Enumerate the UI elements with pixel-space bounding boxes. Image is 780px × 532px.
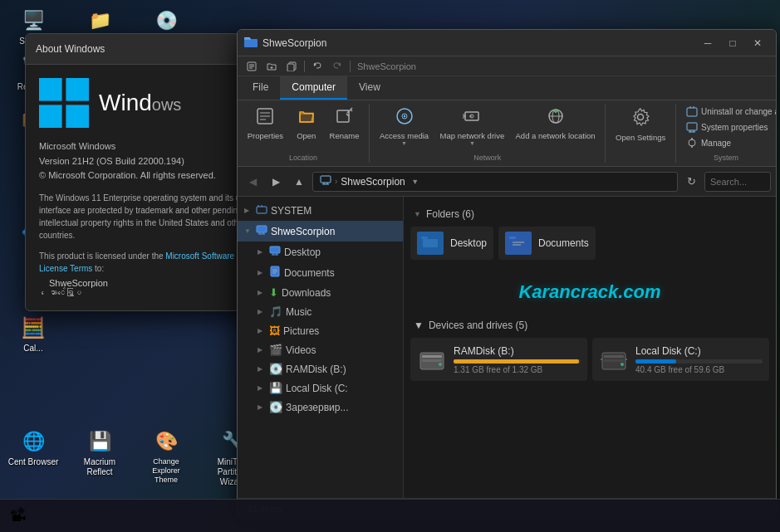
localdisk-drive-icon-wrap [599,344,629,374]
sidebar-item-reserved[interactable]: ▶ 💽 Зарезервир... [238,398,403,417]
explorer-content: ▼ Folders (6) Desktop [404,197,776,498]
up-button[interactable]: ▲ [289,172,309,192]
sidebar-label-shwe: ShweScorpion [271,226,335,237]
ribbon-tabs: File Computer View [238,76,776,100]
open-icon-svg [297,107,316,125]
add-network-button[interactable]: Add a network location [511,104,600,144]
undo-icon [312,61,322,71]
about-version: Microsoft Windows Version 21H2 (OS Build… [39,139,260,183]
svg-point-38 [638,115,644,120]
music-sidebar-icon: 🎵 [269,305,282,318]
address-dropdown[interactable]: ▼ [409,172,422,192]
devices-section-header: ▼ Devices and drives (5) [410,316,769,338]
sidebar-item-documents[interactable]: ▶ Documents [238,262,403,283]
downloads-sidebar-icon: ⬇ [269,286,278,299]
open-settings-button[interactable]: Open Settings [611,104,670,145]
system-properties-button[interactable]: System properties [681,120,773,134]
sidebar-item-pictures[interactable]: ▶ 🖼 Pictures [238,321,403,340]
about-myanmar-text: ဆောင်ရွှေပြ [39,288,260,297]
tab-computer[interactable]: Computer [280,76,347,100]
uninstall-button[interactable]: Uninstall or change a program [681,104,777,119]
add-network-label: Add a network location [516,131,596,140]
map-dropdown-arrow: ▼ [469,140,475,146]
qt-undo[interactable] [308,58,326,75]
svg-rect-69 [421,237,428,239]
forward-button[interactable]: ▶ [266,172,286,192]
sidebar-item-ramdisk[interactable]: ▶ 💽 RAMDisk (B:) [238,359,403,378]
explorer-titlebar: ShweScorpion ─ □ ✕ [238,30,776,56]
address-path[interactable]: › ShweScorpion ▼ [312,172,678,192]
svg-rect-53 [257,207,267,213]
titlebar-controls: ─ □ ✕ [696,34,769,52]
location-buttons: Properties Open [243,104,364,152]
desktop-icon-cal[interactable]: 🧮 Cal... [4,311,62,357]
properties-button[interactable]: Properties [243,104,288,144]
macrium-reflect-icon[interactable]: 💾 Macrium Reflect [71,425,129,491]
sidebar-item-system[interactable]: ▶ SYSTEM [238,200,403,221]
ramdisk-free-space: 1.31 GB free of 1.32 GB [454,365,581,374]
maximize-button[interactable]: □ [721,34,744,52]
windows-logo [39,78,89,128]
settings-group-spacer: _ [611,152,670,163]
sidebar-label-localdisk: Local Disk (C: [286,383,348,394]
add-network-icon-svg [547,107,565,125]
svg-rect-0 [39,78,62,101]
docs-sidebar-icon [269,266,281,280]
toolbar-separator [304,61,305,72]
expand-arrow-downloads: ▶ [258,289,266,296]
properties-icon-svg [256,107,274,125]
qt-new-folder[interactable] [262,58,281,75]
rename-button[interactable]: Rename [325,104,364,144]
search-input[interactable] [704,172,771,192]
path-name: ShweScorpion [341,176,405,188]
sidebar-item-shwescorpion[interactable]: ▼ ShweScorpion [238,221,403,242]
close-button[interactable]: ✕ [746,34,769,52]
drive-item-ramdisk[interactable]: RAMDisk (B:) 1.31 GB free of 1.32 GB [410,338,587,381]
expand-arrow-ramdisk: ▶ [258,365,266,373]
qt-redo[interactable] [328,58,346,75]
add-network-icon [547,107,565,129]
sidebar-item-music[interactable]: ▶ 🎵 Music [238,302,403,321]
uninstall-icon [686,105,698,117]
minimize-button[interactable]: ─ [696,34,719,52]
ramdisk-drive-info: RAMDisk (B:) 1.31 GB free of 1.32 GB [454,345,581,374]
file-explorer: ShweScorpion ─ □ ✕ [237,29,777,519]
qt-copy-path[interactable] [282,58,301,75]
refresh-button[interactable]: ↻ [681,172,701,192]
access-media-icon [395,107,414,129]
svg-point-46 [689,139,695,146]
tab-file[interactable]: File [241,76,280,100]
windows-text: Windows [99,90,181,116]
change-explorer-theme-icon[interactable]: 🎨 Change Explorer Theme [137,425,195,491]
map-network-button[interactable]: Map network drive ▼ [435,104,509,149]
open-button[interactable]: Open [290,104,323,144]
sidebar-item-downloads[interactable]: ▶ ⬇ Downloads [238,283,403,302]
sidebar-item-desktop[interactable]: ▶ Desktop [238,242,403,262]
new-folder-icon [267,61,277,71]
expand-arrow-videos: ▶ [258,346,266,354]
sidebar-item-videos[interactable]: ▶ 🎬 Videos [238,340,403,359]
taskbar-app-icon[interactable]: 📽 [7,501,37,531]
back-button[interactable]: ◀ [243,172,262,192]
sidebar-label-downloads: Downloads [282,287,331,299]
expand-arrow-desktop: ▶ [258,248,266,256]
folder-item-desktop[interactable]: Desktop [410,227,493,260]
sidebar-item-localdisk[interactable]: ▶ 💾 Local Disk (C: [238,378,403,398]
network-drive-icon [256,203,267,215]
tab-view[interactable]: View [347,76,392,100]
cent-browser-icon[interactable]: 🌐 Cent Browser [4,425,62,491]
manage-button[interactable]: Manage [681,135,736,150]
svg-rect-1 [66,78,89,101]
folders-section-header: ▼ Folders (6) [410,203,769,227]
bottom-desktop-icons: 🌐 Cent Browser 💾 Macrium Reflect 🎨 Chang… [4,425,262,491]
drive-item-localdisk[interactable]: Local Disk (C:) 40.4 GB free of 59.6 GB [592,338,769,381]
about-description: The Windows 11 Enterprise operating syst… [39,192,260,242]
svg-rect-76 [422,355,442,358]
folders-header-label: Folders (6) [426,208,474,220]
desktop-folder-icon [417,232,444,255]
access-media-button[interactable]: Access media ▼ [375,104,434,149]
qt-properties[interactable] [243,58,261,75]
devices-header-label: Devices and drives (5) [429,320,527,331]
folder-item-documents[interactable]: Documents [498,227,596,260]
about-title: About Windows [36,43,105,55]
